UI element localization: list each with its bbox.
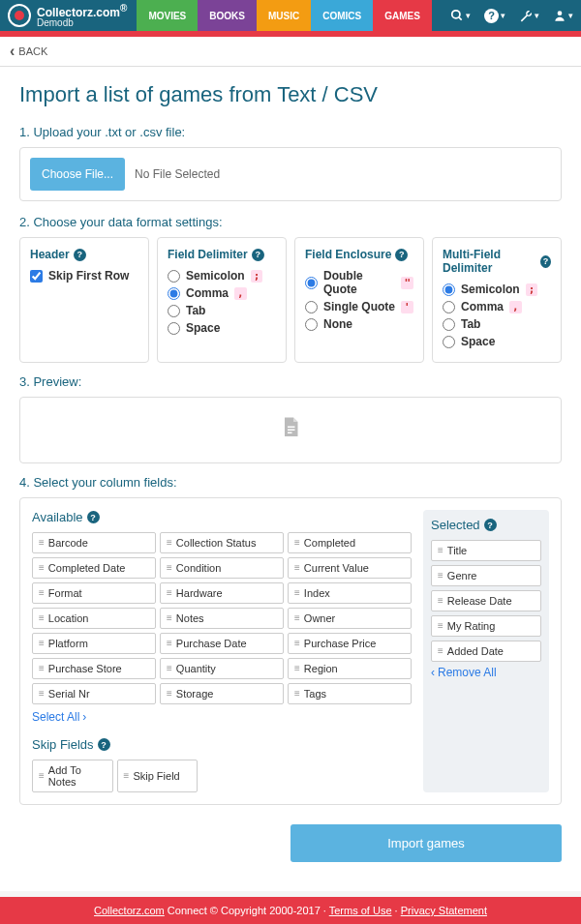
brand-logo[interactable]: Collectorz.com® Demodb — [8, 4, 127, 28]
field-region[interactable]: ≡Region — [288, 658, 412, 679]
search-icon[interactable]: ▾ — [450, 9, 471, 22]
help-icon[interactable]: ? — [87, 511, 100, 523]
brand-subtitle: Demodb — [37, 18, 127, 28]
format-settings: Header? Skip First Row Field Delimiter? … — [19, 237, 562, 363]
field-title[interactable]: ≡Title — [431, 540, 541, 561]
step3-title: 3. Preview: — [19, 374, 562, 389]
field-barcode[interactable]: ≡Barcode — [32, 532, 156, 553]
drag-handle-icon: ≡ — [167, 563, 172, 573]
svg-point-2 — [558, 11, 563, 15]
drag-handle-icon: ≡ — [438, 621, 443, 631]
upload-panel: Choose File... No File Selected — [19, 147, 562, 201]
tab-movies[interactable]: MOVIES — [137, 0, 198, 31]
drag-handle-icon: ≡ — [294, 664, 300, 673]
drag-handle-icon: ≡ — [294, 588, 300, 598]
multi-field-delimiter-box: Multi-Field Delimiter? Semicolon ;Comma … — [432, 237, 562, 363]
select-all-link[interactable]: Select All › — [32, 710, 412, 724]
skip-first-row-checkbox[interactable]: Skip First Row — [30, 269, 138, 283]
tab-comics[interactable]: COMICS — [311, 0, 373, 31]
field-my-rating[interactable]: ≡My Rating — [431, 615, 541, 637]
field-condition[interactable]: ≡Condition — [160, 557, 284, 579]
help-icon[interactable]: ? — [484, 519, 497, 531]
field-serial-nr[interactable]: ≡Serial Nr — [32, 683, 156, 704]
radio-tab[interactable]: Tab — [443, 317, 551, 331]
field-added-date[interactable]: ≡Added Date — [431, 641, 541, 662]
radio-space[interactable]: Space — [443, 335, 551, 348]
help-icon[interactable]: ? — [395, 249, 408, 261]
svg-point-0 — [452, 11, 460, 18]
step2-title: 2. Choose your data format settings: — [19, 215, 562, 229]
drag-handle-icon: ≡ — [39, 563, 45, 573]
field-storage[interactable]: ≡Storage — [160, 683, 284, 704]
remove-all-link[interactable]: ‹ Remove All — [431, 666, 541, 679]
preview-panel — [19, 397, 562, 463]
column-fields-panel: Available? ≡Barcode≡Collection Status≡Co… — [19, 497, 562, 805]
field-release-date[interactable]: ≡Release Date — [431, 590, 541, 611]
page-title: Import a list of games from Text / CSV — [19, 82, 562, 107]
drag-handle-icon: ≡ — [167, 588, 172, 598]
drag-handle-icon: ≡ — [167, 689, 172, 699]
field-hardware[interactable]: ≡Hardware — [160, 582, 284, 604]
radio-tab[interactable]: Tab — [168, 304, 276, 317]
drag-handle-icon: ≡ — [294, 639, 300, 648]
drag-handle-icon: ≡ — [294, 538, 300, 548]
field-completed-date[interactable]: ≡Completed Date — [32, 557, 156, 579]
help-icon[interactable]: ? — [98, 738, 110, 751]
chevron-left-icon: ‹ — [10, 43, 15, 60]
drag-handle-icon: ≡ — [438, 596, 443, 606]
drag-handle-icon: ≡ — [438, 646, 443, 656]
svg-rect-4 — [288, 430, 295, 432]
back-button[interactable]: ‹ BACK — [0, 37, 581, 67]
field-add-to-notes[interactable]: ≡Add To Notes — [32, 760, 113, 792]
radio-none[interactable]: None — [305, 317, 413, 331]
drag-handle-icon: ≡ — [39, 588, 45, 598]
chevron-left-icon: ‹ — [431, 666, 435, 679]
import-button[interactable]: Import games — [290, 824, 562, 862]
field-genre[interactable]: ≡Genre — [431, 565, 541, 586]
field-format[interactable]: ≡Format — [32, 582, 156, 604]
radio-space[interactable]: Space — [168, 321, 276, 335]
user-icon[interactable]: ▾ — [553, 9, 573, 22]
field-tags[interactable]: ≡Tags — [288, 683, 412, 704]
tab-games[interactable]: GAMES — [373, 0, 432, 31]
field-current-value[interactable]: ≡Current Value — [288, 557, 412, 579]
tools-icon[interactable]: ▾ — [519, 9, 539, 22]
drag-handle-icon: ≡ — [167, 538, 172, 548]
radio-semicolon[interactable]: Semicolon ; — [168, 269, 276, 283]
field-notes[interactable]: ≡Notes — [160, 608, 284, 629]
help-icon[interactable]: ?▾ — [484, 9, 505, 23]
field-index[interactable]: ≡Index — [288, 582, 412, 604]
field-purchase-date[interactable]: ≡Purchase Date — [160, 633, 284, 654]
svg-line-1 — [459, 17, 462, 20]
nav-tabs: MOVIES BOOKS MUSIC COMICS GAMES — [137, 0, 431, 31]
drag-handle-icon: ≡ — [39, 689, 45, 699]
field-owner[interactable]: ≡Owner — [288, 608, 412, 629]
help-icon[interactable]: ? — [540, 255, 551, 268]
drag-handle-icon: ≡ — [39, 664, 45, 673]
field-collection-status[interactable]: ≡Collection Status — [160, 532, 284, 553]
field-purchase-store[interactable]: ≡Purchase Store — [32, 658, 156, 679]
drag-handle-icon: ≡ — [167, 639, 172, 648]
help-icon[interactable]: ? — [252, 249, 264, 261]
header-box: Header? Skip First Row — [19, 237, 149, 363]
radio-comma[interactable]: Comma , — [443, 300, 551, 313]
field-quantity[interactable]: ≡Quantity — [160, 658, 284, 679]
drag-handle-icon: ≡ — [167, 664, 172, 673]
drag-handle-icon: ≡ — [167, 613, 172, 623]
svg-rect-3 — [288, 427, 295, 429]
radio-double-quote[interactable]: Double Quote " — [305, 269, 413, 296]
radio-single-quote[interactable]: Single Quote ' — [305, 300, 413, 313]
help-icon[interactable]: ? — [74, 249, 86, 261]
top-bar: Collectorz.com® Demodb MOVIES BOOKS MUSI… — [0, 0, 581, 31]
field-purchase-price[interactable]: ≡Purchase Price — [288, 633, 412, 654]
tab-books[interactable]: BOOKS — [198, 0, 257, 31]
field-skip-field[interactable]: ≡Skip Field — [117, 760, 199, 792]
radio-comma[interactable]: Comma , — [168, 286, 276, 300]
field-location[interactable]: ≡Location — [32, 608, 156, 629]
field-platform[interactable]: ≡Platform — [32, 633, 156, 654]
tab-music[interactable]: MUSIC — [257, 0, 311, 31]
choose-file-button[interactable]: Choose File... — [30, 158, 125, 191]
field-delimiter-box: Field Delimiter? Semicolon ;Comma ,TabSp… — [157, 237, 287, 363]
radio-semicolon[interactable]: Semicolon ; — [443, 283, 551, 296]
field-completed[interactable]: ≡Completed — [288, 532, 412, 553]
